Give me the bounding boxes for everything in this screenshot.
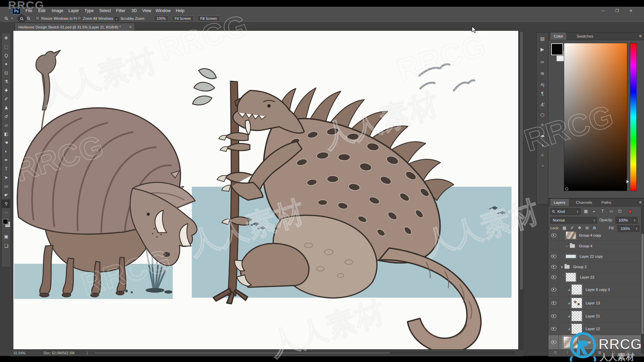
menu-type[interactable]: Type bbox=[84, 7, 94, 15]
screen-mode-button[interactable]: ❏ bbox=[2, 242, 11, 250]
crop-tool[interactable]: ⊡ bbox=[2, 69, 11, 77]
zoom-all-windows-checkbox[interactable]: Zoom All Windows bbox=[77, 15, 113, 22]
lock-artboard-icon[interactable]: ⊞ bbox=[585, 226, 589, 230]
expander-icon[interactable]: ∨ bbox=[560, 265, 563, 269]
lock-transparency-icon[interactable]: ▦ bbox=[562, 226, 566, 230]
layer-thumbnail[interactable] bbox=[566, 232, 576, 239]
actions-panel-icon[interactable]: ▶ bbox=[537, 45, 548, 54]
move-tool[interactable]: ✥ bbox=[2, 34, 11, 43]
visibility-eye-icon[interactable] bbox=[551, 234, 556, 237]
pen-tool[interactable]: ✒ bbox=[2, 156, 11, 165]
type-tool[interactable]: T bbox=[2, 165, 11, 173]
panel-menu-icon[interactable]: ≡ bbox=[639, 34, 642, 39]
saturation-brightness-field[interactable] bbox=[564, 43, 627, 191]
type-layer-filter-icon[interactable]: T bbox=[601, 209, 604, 214]
visibility-eye-icon[interactable] bbox=[551, 301, 556, 305]
lock-position-icon[interactable]: ✥ bbox=[578, 226, 581, 230]
menu-window[interactable]: Window bbox=[155, 7, 171, 15]
fill-screen-button[interactable]: Fill Screen bbox=[197, 15, 220, 21]
pixel-layer-filter-icon[interactable]: ▦ bbox=[584, 209, 588, 214]
opacity-value[interactable]: 100% bbox=[615, 217, 631, 224]
layers-footer-icons[interactable]: ⧉ fx ◐ ▦ ❏ ⌦ bbox=[548, 350, 641, 356]
fill-value[interactable]: 100% bbox=[618, 225, 633, 232]
brush-settings-panel-icon[interactable]: ✑ bbox=[537, 57, 548, 67]
menu-3d[interactable]: 3D bbox=[131, 7, 138, 15]
eraser-tool[interactable]: ▱ bbox=[2, 121, 11, 130]
layer-row-group-expanded[interactable]: ∨ Group 2 bbox=[548, 262, 641, 272]
blend-mode-dropdown[interactable]: Normal ∨ bbox=[550, 217, 597, 224]
tab-close-icon[interactable]: ✕ bbox=[129, 23, 132, 31]
eyedropper-tool[interactable]: ⚗ bbox=[2, 77, 11, 86]
layer-thumbnail[interactable] bbox=[571, 311, 582, 321]
menu-help[interactable]: Help bbox=[175, 7, 185, 15]
filter-kind-dropdown[interactable]: ⚲ Kind ∨ bbox=[550, 208, 581, 215]
3d-panel-icon[interactable]: ⬡ bbox=[537, 110, 548, 120]
libraries-panel-icon[interactable]: ☁ bbox=[537, 130, 548, 140]
lock-all-icon[interactable]: ⋒ bbox=[593, 226, 596, 230]
layer-row[interactable]: Layer 23 bbox=[548, 272, 641, 283]
layer-thumbnail[interactable] bbox=[571, 284, 582, 295]
tab-layers[interactable]: Layers bbox=[550, 199, 569, 206]
marquee-tool[interactable]: ⬚ bbox=[2, 43, 11, 51]
visibility-eye-icon[interactable] bbox=[551, 255, 556, 258]
tool-preset-dropdown-icon[interactable]: ▾ bbox=[11, 15, 13, 22]
layer-thumbnail[interactable] bbox=[571, 298, 582, 308]
close-button[interactable]: ✕ bbox=[625, 7, 637, 15]
hue-slider[interactable] bbox=[630, 43, 637, 191]
foreground-color-chip[interactable] bbox=[551, 43, 563, 55]
smart-object-filter-icon[interactable]: ⊡ bbox=[618, 209, 622, 214]
scrubby-zoom-checkbox[interactable]: ✓Scrubby Zoom bbox=[115, 15, 145, 22]
tab-channels[interactable]: Channels bbox=[573, 199, 596, 206]
zoom-100-button[interactable]: 100% bbox=[154, 15, 169, 21]
layer-thumbnail[interactable] bbox=[563, 336, 578, 348]
layers-scrollbar[interactable] bbox=[641, 207, 644, 354]
character-panel-icon[interactable]: A| bbox=[537, 80, 548, 89]
visibility-eye-icon[interactable] bbox=[551, 314, 556, 318]
artwork-canvas[interactable] bbox=[13, 31, 518, 349]
layer-row[interactable]: Layer 22 copy bbox=[548, 251, 641, 262]
clone-stamp-tool[interactable]: ♟ bbox=[2, 104, 11, 112]
visibility-eye-icon[interactable] bbox=[551, 327, 556, 331]
menu-select[interactable]: Select bbox=[99, 7, 112, 15]
shape-tool[interactable]: ▭ bbox=[2, 182, 11, 191]
status-chevron[interactable]: ⟩ bbox=[87, 350, 88, 356]
menu-image[interactable]: Image bbox=[51, 7, 64, 15]
gradient-tool[interactable]: ◧ bbox=[2, 130, 11, 138]
visibility-eye-icon[interactable] bbox=[551, 288, 556, 292]
glyphs-panel-icon[interactable]: Æ bbox=[537, 100, 548, 110]
layer-row-clipped[interactable]: ↲ Layer 21 bbox=[548, 310, 641, 323]
menu-filter[interactable]: Filter bbox=[115, 7, 126, 15]
canvas-horizontal-scrollbar[interactable] bbox=[94, 351, 515, 355]
zoom-tool[interactable]: ⚲ bbox=[2, 199, 11, 208]
restore-button[interactable]: ❐ bbox=[611, 7, 624, 15]
fit-screen-button[interactable]: Fit Screen bbox=[172, 15, 194, 21]
minimize-button[interactable]: ─ bbox=[597, 7, 609, 15]
layer-thumbnail[interactable] bbox=[571, 323, 582, 334]
lasso-tool[interactable]: Ϙ bbox=[2, 51, 11, 60]
tab-swatches[interactable]: Swatches bbox=[573, 33, 597, 40]
adjustment-layer-filter-icon[interactable]: ◒ bbox=[593, 209, 595, 214]
smudge-tool[interactable]: ☚ bbox=[2, 138, 11, 147]
tab-paths[interactable]: Paths bbox=[598, 199, 614, 206]
styles-panel-icon[interactable]: ✳ bbox=[537, 150, 548, 160]
quick-mask-button[interactable]: ▣ bbox=[2, 232, 11, 241]
layer-row[interactable]: Group 4 copy bbox=[548, 232, 641, 241]
lock-pixels-icon[interactable]: ✐ bbox=[571, 226, 574, 230]
hue-slider-arrow[interactable] bbox=[627, 180, 629, 183]
zoom-percentage[interactable]: 31.54% bbox=[13, 350, 25, 356]
canvas-vertical-scrollbar[interactable] bbox=[519, 31, 524, 349]
adjustments-panel-icon[interactable]: ◑ bbox=[537, 140, 548, 150]
layer-row-clipped[interactable]: ↲ Layer 8 copy 3 bbox=[548, 283, 641, 296]
visibility-eye-icon[interactable] bbox=[551, 276, 556, 279]
horizontal-scroll-thumb[interactable] bbox=[95, 352, 390, 354]
layer-row-selected[interactable]: Layer 11 bbox=[548, 335, 641, 350]
paragraph-panel-icon[interactable]: ¶ bbox=[537, 89, 548, 98]
layer-row-clipped[interactable]: ↲ Layer 12 bbox=[548, 322, 641, 336]
layer-row-clipped[interactable]: ↲ Layer 13 bbox=[548, 297, 641, 310]
resize-windows-checkbox[interactable]: Resize Windows to Fit bbox=[36, 15, 78, 22]
filter-toggle-icon[interactable] bbox=[628, 210, 632, 214]
opacity-dropdown-icon[interactable]: ∨ bbox=[632, 217, 638, 224]
menu-view[interactable]: View bbox=[142, 7, 152, 15]
menu-file[interactable]: File bbox=[25, 7, 33, 15]
menu-edit[interactable]: Edit bbox=[38, 7, 46, 15]
